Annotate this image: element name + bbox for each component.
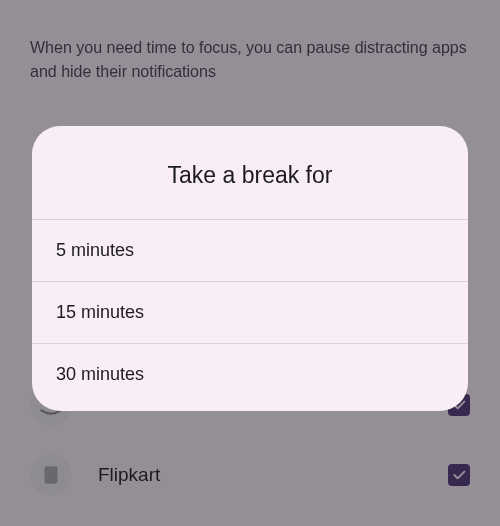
dialog-title: Take a break for (32, 126, 468, 219)
option-15-minutes[interactable]: 15 minutes (32, 282, 468, 343)
take-break-dialog: Take a break for 5 minutes 15 minutes 30… (32, 126, 468, 411)
option-5-minutes[interactable]: 5 minutes (32, 220, 468, 281)
option-30-minutes[interactable]: 30 minutes (32, 344, 468, 411)
